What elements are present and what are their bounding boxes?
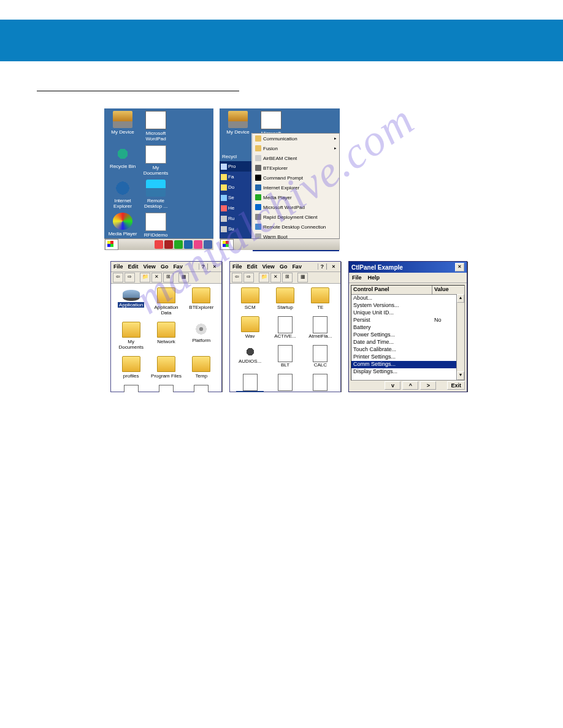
file-item[interactable]: profiles (115, 356, 147, 379)
tray-icon[interactable] (204, 240, 212, 249)
tray-icon[interactable] (155, 240, 163, 249)
menu-edit[interactable]: Edit (126, 264, 141, 270)
forward-button[interactable]: ⇨ (124, 273, 135, 282)
file-item[interactable]: AUDIOS... (234, 345, 266, 368)
file-item[interactable]: DEMO (269, 374, 301, 392)
back-button[interactable]: ⇦ (232, 273, 242, 282)
menu-edit[interactable]: Edit (245, 264, 260, 270)
file-item[interactable]: DISPLA... (304, 374, 337, 392)
file-item[interactable]: Program Files (150, 356, 182, 379)
desktop-icon-my-documents[interactable]: My Documents (140, 145, 172, 176)
close-button[interactable]: × (207, 264, 221, 270)
view-button[interactable]: ▦ (178, 273, 189, 282)
desktop-icon-my-device[interactable]: My Device (222, 111, 254, 136)
menu-view[interactable]: View (260, 264, 277, 270)
menu-file[interactable]: File (349, 275, 365, 281)
file-item[interactable]: BLT (269, 345, 301, 368)
file-item[interactable]: Wav (234, 316, 266, 339)
settings-row[interactable]: Touch Calibrate... (351, 346, 464, 354)
submenu-item[interactable]: Microsoft WordPad (253, 202, 339, 212)
submenu-item[interactable]: BTExplorer (253, 163, 339, 173)
desktop-icon-remote-desktop[interactable]: Remote Desktop ... (140, 180, 172, 209)
menu-help[interactable]: ? (318, 264, 327, 270)
file-item[interactable] (150, 385, 182, 392)
menu-help[interactable]: ? (199, 264, 208, 270)
nav-right-button[interactable]: > (420, 381, 436, 390)
file-item[interactable]: Application (115, 287, 147, 316)
settings-row[interactable]: PersistNo (351, 317, 464, 324)
start-menu-item[interactable]: Pro (220, 161, 251, 172)
submenu-item[interactable]: Media Player (253, 192, 339, 202)
file-item[interactable]: Network (150, 322, 182, 350)
desktop-icon-rfid-demo[interactable]: RFIDdemo (140, 213, 172, 238)
exit-button[interactable]: Exit (447, 381, 465, 390)
settings-row[interactable]: Battery (351, 324, 464, 332)
nav-up-button[interactable]: ^ (402, 381, 418, 390)
submenu-item[interactable]: Fusion▸ (253, 143, 339, 153)
tray-icon[interactable] (194, 240, 202, 249)
submenu-item[interactable]: Rapid Deployment Client (253, 212, 339, 222)
delete-button[interactable]: ✕ (270, 273, 281, 282)
close-button[interactable]: × (326, 264, 340, 270)
properties-button[interactable]: ⊞ (163, 273, 174, 282)
settings-row[interactable]: Power Settings... (351, 332, 464, 339)
menu-fav[interactable]: Fav (289, 264, 304, 270)
file-item[interactable]: Platform (185, 322, 218, 350)
file-item[interactable]: CALC (304, 345, 337, 368)
desktop-icon-recycle-bin[interactable]: Recycle Bin (107, 145, 139, 176)
menu-view[interactable]: View (141, 264, 158, 270)
file-item[interactable]: My Documents (115, 322, 147, 350)
forward-button[interactable]: ⇨ (243, 273, 254, 282)
settings-row[interactable]: About... (351, 295, 464, 302)
file-item[interactable]: SCM (234, 287, 266, 310)
settings-row[interactable]: Unique Unit ID... (351, 309, 464, 317)
view-button[interactable]: ▦ (297, 273, 308, 282)
start-menu-item[interactable]: Se (220, 192, 251, 203)
scrollbar[interactable]: ▲ ▼ (456, 294, 464, 380)
submenu-item[interactable]: Communication▸ (253, 134, 339, 143)
menu-go[interactable]: Go (158, 264, 171, 270)
tray-icon[interactable] (164, 240, 173, 249)
scroll-down-button[interactable]: ▼ (457, 371, 464, 380)
menu-help[interactable]: Help (365, 275, 383, 281)
start-menu-item[interactable]: He (220, 203, 251, 213)
nav-down-button[interactable]: v (385, 381, 400, 390)
close-button[interactable]: × (455, 263, 464, 271)
submenu-item[interactable]: Command Prompt (253, 173, 339, 183)
tray-icon[interactable] (174, 240, 183, 249)
start-menu-item[interactable]: Fa (220, 172, 251, 182)
submenu-item[interactable]: Internet Explorer (253, 183, 339, 192)
desktop-icon-internet-explorer[interactable]: Internet Explorer (107, 180, 139, 209)
properties-button[interactable]: ⊞ (282, 273, 293, 282)
file-item[interactable]: Temp (185, 356, 218, 379)
settings-row[interactable]: System Versions... (351, 302, 464, 309)
start-button[interactable] (220, 239, 234, 250)
settings-row[interactable]: Printer Settings... (351, 354, 464, 361)
settings-row[interactable]: Comm Settings... (351, 361, 464, 368)
settings-row[interactable]: Display Settings... (351, 368, 464, 376)
menu-file[interactable]: File (230, 264, 245, 270)
file-item[interactable] (115, 385, 147, 392)
start-menu-item[interactable]: Ru (220, 213, 251, 224)
menu-go[interactable]: Go (277, 264, 290, 270)
start-button[interactable] (105, 239, 118, 250)
desktop-icon-media-player[interactable]: Media Player (107, 213, 139, 238)
desktop-icon-my-device[interactable]: My Device (107, 111, 139, 142)
scroll-up-button[interactable]: ▲ (457, 294, 464, 303)
submenu-item[interactable]: Remote Desktop Connection (253, 222, 339, 232)
delete-button[interactable]: ✕ (151, 273, 162, 282)
up-button[interactable]: 📁 (259, 273, 269, 282)
up-button[interactable]: 📁 (140, 273, 150, 282)
file-item[interactable]: AtmelFla... (304, 316, 337, 339)
desktop-icon-wordpad[interactable]: Microsoft (255, 111, 287, 136)
desktop-icon-wordpad[interactable]: Microsoft WordPad (140, 111, 172, 142)
file-item[interactable]: CTLPANEL (234, 374, 266, 392)
tray-icon[interactable] (184, 240, 193, 249)
file-item[interactable] (185, 385, 218, 392)
file-item[interactable]: ACTIVE... (269, 316, 301, 339)
file-item[interactable]: BTExplorer (185, 287, 218, 316)
file-item[interactable]: Application Data (150, 287, 182, 316)
start-menu-item[interactable]: Su (220, 224, 251, 234)
back-button[interactable]: ⇦ (113, 273, 123, 282)
menu-fav[interactable]: Fav (170, 264, 185, 270)
